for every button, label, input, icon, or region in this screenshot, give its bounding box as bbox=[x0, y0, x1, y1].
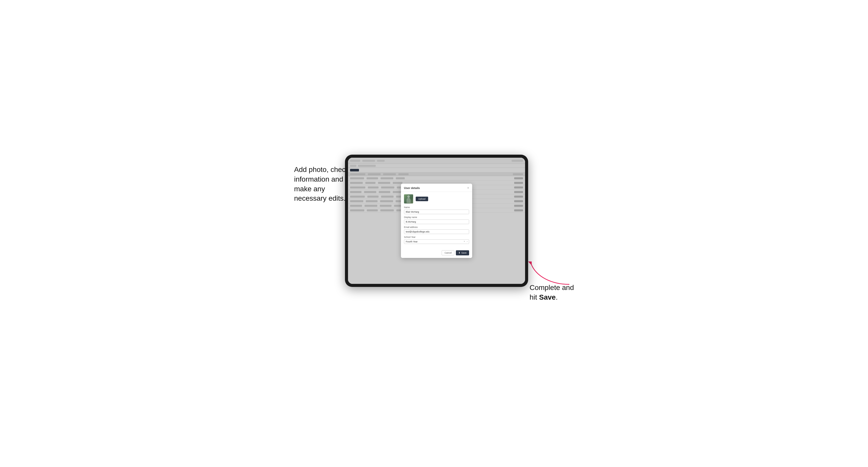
school-year-label: School Year bbox=[404, 236, 469, 238]
annotation-right-line2-prefix: hit bbox=[530, 293, 539, 301]
save-icon: ⬆ bbox=[458, 252, 461, 254]
display-name-field-group: Display name bbox=[404, 216, 469, 224]
annotation-left: Add photo, check information and make an… bbox=[294, 165, 349, 203]
school-year-wrapper: × ⌄ bbox=[404, 239, 469, 244]
upload-button[interactable]: Upload bbox=[416, 197, 428, 201]
name-field-group: Name bbox=[404, 206, 469, 214]
modal-overlay: User details × Upload Name bbox=[348, 158, 525, 284]
photo-upload-row: Upload bbox=[404, 194, 469, 204]
annotation-left-line1: Add photo, check bbox=[294, 165, 349, 174]
display-name-input[interactable] bbox=[404, 219, 469, 224]
email-field-group: Email address bbox=[404, 226, 469, 234]
close-button[interactable]: × bbox=[467, 186, 469, 189]
avatar-thumbnail bbox=[404, 194, 413, 204]
tablet-device: User details × Upload Name bbox=[345, 155, 528, 287]
name-input[interactable] bbox=[404, 210, 469, 214]
scene: Add photo, check information and make an… bbox=[294, 150, 574, 317]
school-year-chevron-button[interactable]: ⌄ bbox=[466, 240, 468, 242]
annotation-left-line2: information and bbox=[294, 175, 343, 183]
annotation-right-suffix: . bbox=[556, 293, 558, 301]
annotation-right: Complete and hit Save. bbox=[530, 283, 574, 302]
school-year-field-group: School Year × ⌄ bbox=[404, 236, 469, 244]
email-label: Email address bbox=[404, 226, 469, 228]
name-label: Name bbox=[404, 206, 469, 209]
cancel-button[interactable]: Cancel bbox=[442, 250, 454, 255]
annotation-right-line1: Complete and bbox=[530, 284, 574, 291]
save-button-label: Save bbox=[461, 252, 467, 254]
annotation-left-line4: necessary edits. bbox=[294, 194, 345, 202]
modal-title: User details bbox=[404, 186, 420, 189]
email-input[interactable] bbox=[404, 229, 469, 234]
save-button[interactable]: ⬆ Save bbox=[456, 250, 469, 255]
user-details-modal: User details × Upload Name bbox=[401, 184, 472, 258]
tablet-screen: User details × Upload Name bbox=[348, 158, 525, 284]
school-year-clear-button[interactable]: × bbox=[464, 240, 465, 243]
annotation-left-line3: make any bbox=[294, 185, 325, 193]
modal-footer: Cancel ⬆ Save bbox=[401, 248, 472, 258]
school-year-input[interactable] bbox=[404, 239, 469, 244]
display-name-label: Display name bbox=[404, 216, 469, 218]
modal-header: User details × bbox=[401, 184, 472, 192]
annotation-right-save-word: Save bbox=[539, 293, 556, 301]
modal-body: Upload Name Display name bbox=[401, 192, 472, 248]
